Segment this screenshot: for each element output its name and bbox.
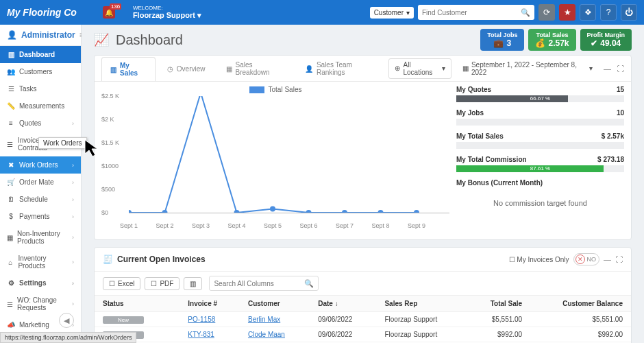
nav-icon: ≡ bbox=[7, 119, 15, 127]
svg-point-6 bbox=[342, 210, 347, 213]
stat-value: $ 2.57k bbox=[602, 132, 624, 140]
customer-search[interactable]: 🔍 bbox=[418, 5, 534, 20]
cell-balance: $992.00 bbox=[530, 327, 631, 342]
tab-sales-team-rankings[interactable]: 👤Sales Team Rankings bbox=[296, 56, 386, 80]
customer-type-selector[interactable]: Customer▾ bbox=[370, 7, 414, 19]
col-status[interactable]: Status bbox=[95, 296, 179, 312]
y-tick: $1.5 K bbox=[101, 139, 119, 146]
invoices-table: StatusInvoice #CustomerDate ↓Sales RepTo… bbox=[95, 295, 631, 343]
brand-logo: My Flooring Co bbox=[7, 7, 77, 18]
table-row[interactable]: NewKTY-831Clode Maan09/06/2022Floorzap S… bbox=[95, 327, 631, 342]
my-invoices-switch[interactable]: ✕NO bbox=[573, 253, 600, 265]
power-button[interactable]: ⏻ bbox=[621, 4, 637, 21]
expand-panel-button[interactable]: ⛶ bbox=[617, 64, 624, 73]
stat-label: My Jobs bbox=[456, 109, 484, 117]
metric-total-sales: Total Sales💰2.57k bbox=[528, 29, 575, 51]
x-tick: Sept 9 bbox=[408, 222, 425, 229]
metrics-row: Total Jobs💼3Total Sales💰2.57kProfit Marg… bbox=[480, 29, 632, 51]
invoice-search-input[interactable] bbox=[214, 280, 304, 287]
stat-bar bbox=[456, 119, 624, 126]
nav-icon: 🛒 bbox=[7, 178, 15, 186]
sidebar-item-customers[interactable]: 👥Customers bbox=[0, 63, 81, 80]
x-tick: Sept 4 bbox=[227, 222, 245, 229]
tab-label: Sales Breakdown bbox=[236, 61, 284, 76]
date-range-picker[interactable]: ▦September 1, 2022 - September 8, 2022▾ bbox=[457, 59, 598, 78]
chart-icon: 📈 bbox=[94, 32, 109, 47]
columns-button[interactable]: ▥ bbox=[184, 277, 202, 290]
col-customer-balance[interactable]: Customer Balance bbox=[530, 296, 631, 312]
svg-point-1 bbox=[162, 210, 168, 213]
nav-label: Dashboard bbox=[19, 51, 55, 58]
sidebar-item-settings[interactable]: ⚙Settings› bbox=[0, 274, 81, 292]
nav-icon: ⌂ bbox=[7, 259, 14, 266]
tab-icon: 👤 bbox=[305, 65, 313, 73]
locations-filter[interactable]: ⊕All Locations▾ bbox=[388, 58, 451, 79]
stat-comm: My Total Commission$ 273.1887.61 % bbox=[456, 156, 624, 172]
apps-button[interactable]: ❖ bbox=[580, 4, 596, 21]
nav-label: Payments bbox=[19, 213, 49, 220]
col-date[interactable]: Date ↓ bbox=[310, 296, 376, 312]
my-invoices-only-label[interactable]: My Invoices Only bbox=[517, 256, 569, 263]
sidebar-item-inventory-products[interactable]: ⌂Inventory Products› bbox=[0, 250, 81, 274]
nav-label: Order Mate bbox=[19, 178, 54, 186]
welcome-block[interactable]: WELCOME: Floorzap Support ▾ bbox=[133, 5, 201, 20]
metric-profit-margin: Profit Margin✔49.04 bbox=[580, 29, 632, 51]
stat-pct: 87.61 % bbox=[530, 165, 550, 172]
col-total-sale[interactable]: Total Sale bbox=[467, 296, 531, 312]
tab-my-sales[interactable]: ▥My Sales bbox=[101, 57, 156, 81]
sidebar-item-tasks[interactable]: ☰Tasks bbox=[0, 80, 81, 97]
sidebar-item-schedule[interactable]: 🗓Schedule› bbox=[0, 191, 81, 208]
search-icon[interactable]: 🔍 bbox=[304, 279, 314, 288]
tab-label: Overview bbox=[177, 65, 206, 73]
minimize-panel-button[interactable]: — bbox=[604, 255, 611, 263]
sidebar-collapse-button[interactable]: ◀ bbox=[59, 313, 74, 328]
col-customer[interactable]: Customer bbox=[240, 296, 310, 312]
customer-search-input[interactable] bbox=[422, 9, 521, 16]
chevron-right-icon: › bbox=[72, 234, 74, 241]
cell-rep: Floorzap Support bbox=[376, 327, 467, 342]
favorite-button[interactable]: ★ bbox=[559, 4, 575, 21]
export-excel-button[interactable]: ☐ Excel bbox=[103, 277, 140, 290]
sidebar-item-quotes[interactable]: ≡Quotes› bbox=[0, 115, 81, 132]
export-pdf-button[interactable]: ☐ PDF bbox=[145, 277, 179, 290]
sidebar-item-work-orders[interactable]: ✖Work Orders› bbox=[0, 156, 81, 174]
nav-label: Non-Inventory Products bbox=[17, 230, 68, 245]
nav-label: Quotes bbox=[19, 119, 41, 127]
expand-panel-button[interactable]: ⛶ bbox=[615, 255, 623, 263]
invoice-link[interactable]: KTY-831 bbox=[188, 331, 214, 338]
invoice-search[interactable]: 🔍 bbox=[209, 276, 319, 291]
sidebar-item-measurements[interactable]: 📏Measurements bbox=[0, 97, 81, 115]
search-icon[interactable]: 🔍 bbox=[521, 8, 530, 17]
tab-sales-breakdown[interactable]: ▦Sales Breakdown bbox=[217, 56, 293, 80]
metric-value: 💰2.57k bbox=[535, 38, 569, 48]
sidebar-item-non-inventory-products[interactable]: ▦Non-Inventory Products› bbox=[0, 225, 81, 250]
table-row[interactable]: NewPO-1158Berlin Max09/06/2022Floorzap S… bbox=[95, 312, 631, 327]
tab-overview[interactable]: ◷Overview bbox=[158, 56, 214, 80]
invoice-link[interactable]: PO-1158 bbox=[188, 316, 215, 323]
minimize-panel-button[interactable]: — bbox=[604, 64, 611, 73]
stat-jobs: My Jobs10 bbox=[456, 109, 624, 126]
customer-link[interactable]: Berlin Max bbox=[248, 316, 280, 323]
sidebar-item-dashboard[interactable]: ▥Dashboard bbox=[0, 46, 81, 63]
x-tick: Sept 8 bbox=[371, 222, 389, 229]
help-button[interactable]: ? bbox=[600, 4, 617, 21]
y-tick: $2 K bbox=[101, 116, 114, 123]
x-tick: Sept 3 bbox=[192, 222, 210, 229]
notification-bell[interactable]: 🔔 136 bbox=[103, 6, 115, 19]
metric-icon: 💰 bbox=[535, 38, 545, 48]
nav-icon: ✖ bbox=[7, 161, 15, 169]
sidebar-item-order-mate[interactable]: 🛒Order Mate› bbox=[0, 174, 81, 191]
welcome-user: Floorzap Support bbox=[133, 11, 195, 19]
chevron-right-icon: › bbox=[72, 196, 74, 203]
page-title: Dashboard bbox=[116, 32, 183, 48]
tab-label: Sales Team Rankings bbox=[317, 61, 377, 76]
metric-label: Total Sales bbox=[535, 32, 569, 38]
sidebar-item-payments[interactable]: $Payments› bbox=[0, 208, 81, 225]
customer-link[interactable]: Clode Maan bbox=[248, 331, 285, 338]
refresh-button[interactable]: ⟳ bbox=[538, 4, 555, 21]
col-sales-rep[interactable]: Sales Rep bbox=[376, 296, 467, 312]
stat-value: 15 bbox=[617, 86, 624, 93]
col-invoice-[interactable]: Invoice # bbox=[179, 296, 240, 312]
top-bar: My Flooring Co 🔔 136 WELCOME: Floorzap S… bbox=[0, 0, 644, 25]
metric-label: Profit Margin bbox=[587, 32, 626, 38]
